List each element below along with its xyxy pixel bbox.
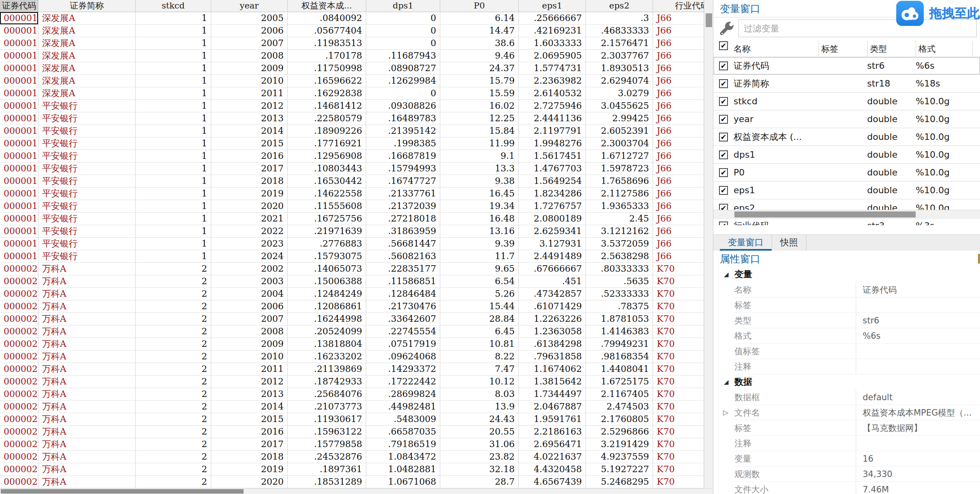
cell[interactable]: .47342857 — [519, 288, 586, 300]
cell[interactable]: 0 — [366, 87, 440, 100]
cell[interactable]: 000002 — [0, 263, 38, 275]
cell[interactable]: J66 — [653, 100, 704, 112]
cell[interactable]: 2008 — [211, 325, 288, 338]
cell[interactable]: 2015 — [211, 137, 288, 150]
variable-checkbox[interactable]: ✔ — [719, 79, 728, 88]
cell[interactable]: 深发展A — [38, 62, 136, 75]
cell[interactable]: .0840092 — [288, 12, 366, 25]
cell[interactable]: 1 — [136, 163, 211, 175]
cell[interactable]: 1.0671068 — [366, 476, 440, 488]
cell[interactable]: 1.9948276 — [519, 137, 586, 150]
cell[interactable]: J66 — [653, 200, 704, 213]
cell[interactable]: .09308826 — [366, 100, 440, 112]
netdisk-drag-overlay[interactable]: 拖拽至此上传 — [896, 0, 980, 27]
cell[interactable]: .11687943 — [366, 50, 440, 62]
table-vertical-scrollbar[interactable] — [704, 0, 713, 488]
cell[interactable]: 2007 — [211, 37, 288, 50]
cell[interactable]: 000002 — [0, 401, 38, 413]
cell[interactable]: 1 — [136, 175, 211, 188]
cell[interactable]: 000001 — [0, 150, 38, 163]
cell[interactable]: 1 — [136, 200, 211, 213]
cell[interactable]: 4.9237559 — [586, 451, 653, 463]
cell[interactable]: 平安银行 — [38, 225, 136, 238]
cell[interactable]: J66 — [653, 137, 704, 150]
cell[interactable]: 1.7658696 — [586, 175, 653, 188]
cell[interactable]: J66 — [653, 37, 704, 50]
cell[interactable]: 2.6052391 — [586, 125, 653, 137]
cell[interactable]: K70 — [653, 363, 704, 376]
cell[interactable]: .15779858 — [288, 438, 366, 451]
cell[interactable]: 2 — [136, 338, 211, 350]
cell[interactable]: 000002 — [0, 338, 38, 350]
cell[interactable]: .15794993 — [366, 163, 440, 175]
cell[interactable]: 深发展A — [38, 75, 136, 87]
cell[interactable]: K70 — [653, 413, 704, 426]
cell[interactable]: 000002 — [0, 476, 38, 488]
cell[interactable]: 平安银行 — [38, 125, 136, 137]
cell[interactable]: 2 — [136, 263, 211, 275]
cell[interactable]: .66587035 — [366, 426, 440, 438]
cell[interactable]: .56082163 — [366, 250, 440, 263]
cell[interactable]: 1 — [136, 62, 211, 75]
cell[interactable]: 3.5372059 — [586, 238, 653, 250]
cell[interactable]: K70 — [653, 476, 704, 488]
variables-horizontal-scrollbar[interactable] — [713, 210, 980, 219]
cell[interactable]: 14.47 — [440, 25, 519, 37]
cell[interactable]: 2 — [136, 413, 211, 426]
cell[interactable]: 深发展A — [38, 25, 136, 37]
cell[interactable]: 平安银行 — [38, 112, 136, 125]
cell[interactable]: 万科A — [38, 426, 136, 438]
cell[interactable]: 平安银行 — [38, 175, 136, 188]
cell[interactable]: 28.7 — [440, 476, 519, 488]
cell[interactable]: 2.1576471 — [586, 37, 653, 50]
cell[interactable]: 12.25 — [440, 112, 519, 125]
cell[interactable]: .16233202 — [288, 350, 366, 363]
cell[interactable]: K70 — [653, 388, 704, 401]
cell[interactable]: 000001 — [0, 37, 38, 50]
property-value[interactable]: 7.46M — [856, 482, 980, 494]
cell[interactable]: 11.99 — [440, 137, 519, 150]
cell[interactable]: K70 — [653, 426, 704, 438]
cell[interactable]: 2.3003704 — [586, 137, 653, 150]
cell[interactable]: 万科A — [38, 438, 136, 451]
cell[interactable]: 万科A — [38, 313, 136, 325]
cell[interactable]: 3.127931 — [519, 238, 586, 250]
cell[interactable]: 3.1212162 — [586, 225, 653, 238]
cell[interactable]: 2020 — [211, 476, 288, 488]
cell[interactable]: 2014 — [211, 125, 288, 137]
cell[interactable]: 1.4146383 — [586, 325, 653, 338]
cell[interactable]: 2019 — [211, 188, 288, 200]
column-header-year[interactable]: year — [211, 0, 288, 12]
cell[interactable]: 1 — [136, 75, 211, 87]
cell[interactable]: .14681412 — [288, 100, 366, 112]
cell[interactable]: .11555608 — [288, 200, 366, 213]
cell[interactable]: 1 — [136, 25, 211, 37]
variables-scrollbar-thumb[interactable] — [734, 211, 916, 217]
cell[interactable]: 000002 — [0, 426, 38, 438]
cell[interactable]: .16489783 — [366, 112, 440, 125]
cell[interactable]: 2021 — [211, 213, 288, 225]
cell[interactable]: 1 — [136, 238, 211, 250]
cell[interactable]: J66 — [653, 238, 704, 250]
cell[interactable]: 000002 — [0, 363, 38, 376]
cell[interactable]: 万科A — [38, 401, 136, 413]
cell[interactable]: 000002 — [0, 463, 38, 476]
cell[interactable]: 1 — [136, 137, 211, 150]
cell[interactable]: 2016 — [211, 150, 288, 163]
column-header-type[interactable]: 类型 — [867, 41, 916, 57]
cell[interactable]: .16292838 — [288, 87, 366, 100]
cell[interactable]: 1.9365333 — [586, 200, 653, 213]
cell[interactable]: 2 — [136, 476, 211, 488]
cell[interactable]: 32.18 — [440, 463, 519, 476]
cell[interactable]: J66 — [653, 87, 704, 100]
cell[interactable]: J66 — [653, 250, 704, 263]
cell[interactable]: 000002 — [0, 438, 38, 451]
cell[interactable]: 2.474503 — [586, 401, 653, 413]
cell[interactable]: 2022 — [211, 225, 288, 238]
cell[interactable]: 2006 — [211, 300, 288, 313]
cell[interactable]: 000002 — [0, 300, 38, 313]
cell[interactable]: 1.8930513 — [586, 62, 653, 75]
cell[interactable]: .16747727 — [366, 175, 440, 188]
expand-arrow-icon[interactable]: ▷ — [723, 408, 728, 416]
cell[interactable]: 2008 — [211, 50, 288, 62]
